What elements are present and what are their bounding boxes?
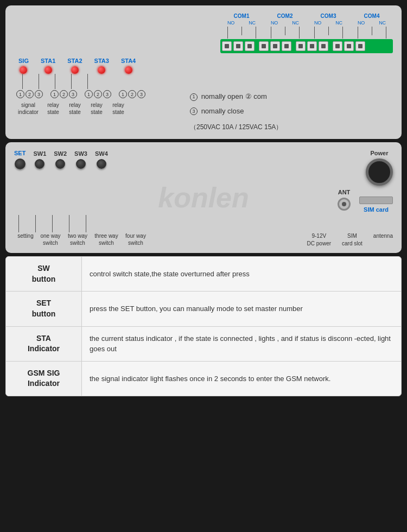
sw4-btn-dot[interactable] [97,159,106,169]
terminal-pin [222,41,232,51]
setting-label: setting [14,232,37,246]
gsm-indicator-cell-left: GSM SIGIndicator [6,362,82,396]
relay-group-1: 1 2 3 [16,90,43,98]
set-button-cell-right: press the SET button, you can manually m… [82,292,401,326]
sta3-label: STA3 [94,58,109,64]
sw4-btn-label: SW4 [95,150,108,157]
led-row: SIG STA1 STA2 STA3 STA4 [14,58,393,74]
sw1-btn-label: SW1 [33,150,46,157]
sta2-label: STA2 [67,58,82,64]
twoway-label: two wayswitch [64,232,91,246]
relay-group-4: 1 2 3 [119,90,145,98]
power-section: Power [366,150,393,186]
power-button[interactable] [366,159,393,186]
sta1-label: STA1 [41,58,55,64]
mid-bottom-row: setting one wayswitch two wayswitch thre… [14,232,393,248]
com2-label: COM2 [264,13,306,19]
sw1-btn-item: SW1 [33,150,46,169]
terminal-pin [307,41,317,51]
fourway-label: four wayswitch [122,232,150,246]
top-panel-bottom: 1 2 3 1 2 3 1 2 3 [14,90,393,134]
sig-dot [20,66,27,74]
sta-indicator-cell-right: the current status indicator , if the st… [82,327,401,361]
terminal-pin [319,41,328,51]
table-row-gsm: GSM SIGIndicator the signal indicator li… [6,362,401,396]
mid-btn-labels: setting one wayswitch two wayswitch thre… [14,232,150,246]
sw4-btn-item: SW4 [95,150,108,169]
relay-state-4-label: relaystate [107,102,129,116]
power-label: Power [370,150,388,156]
relay-group-2: 1 2 3 [50,90,77,98]
sim-slot [359,197,393,204]
oneway-label: one wayswitch [37,232,64,246]
sim-label: SIM card [364,206,389,213]
sta1-dot [44,66,52,74]
sta4-label: STA4 [121,58,136,64]
vac-info: （250VAC 10A / 125VAC 15A） [190,121,393,134]
num1-circle: 1 [190,93,198,101]
ant-sim-row: ANT SIM card [338,189,393,213]
ant-connector [338,198,351,211]
sig-label: SIG [18,58,29,64]
right-controls: Power ANT SIM card [338,150,393,213]
sw2-btn-item: SW2 [54,150,67,169]
led-lines [14,74,393,89]
mid-panel: konlen SET SW1 SW2 [5,142,402,253]
sta-indicator-desc: the current status indicator , if the st… [90,333,393,354]
sw-button-desc: control switch state,the state overturne… [90,269,250,280]
sta-indicator-cell-left: STAIndicator [6,327,82,361]
relay-group-3: 1 2 3 [85,90,111,98]
mid-right-labels: 9-12VDC power SIMcard slot antenna [307,232,393,248]
sw1-btn-dot[interactable] [35,159,44,169]
set-button-desc: press the SET button, you can manually m… [90,303,303,314]
antenna-label: antenna [373,232,393,248]
mid-content: SET SW1 SW2 SW3 [14,150,393,248]
table-row-sta: STAIndicator the current status indicato… [6,327,401,362]
set-btn-item: SET [14,150,26,169]
sw3-btn-label: SW3 [74,150,87,157]
ant-inner [342,202,346,206]
com4-label: COM4 [351,13,393,19]
sw-button-cell-right: control switch state,the state overturne… [82,257,401,291]
sim-section: SIM card [359,197,393,213]
com1-label: COM1 [220,13,263,19]
com3-nc: NC [335,20,342,26]
sw2-btn-label: SW2 [54,150,67,157]
relay-state-3-label: relaystate [86,102,107,116]
signal-labels-row: signalindicator relaystate relaystate re… [14,102,182,116]
set-button-cell-left: SETbutton [6,292,82,326]
sig-led-item: SIG [18,58,29,74]
signal-indicator-label: signalindicator [14,102,42,116]
com4-nc: NC [379,20,386,26]
ant-label: ANT [338,189,351,195]
set-btn-dot[interactable] [15,159,26,169]
nomally-open-text: nomally open ② com [201,92,267,100]
com3-no: NO [314,20,322,26]
com2-nc: NC [292,20,299,26]
left-info: 1 2 3 1 2 3 1 2 3 [14,90,182,134]
terminal-pin [282,41,291,51]
sta4-led-item: STA4 [121,58,136,74]
com1-no: NO [227,20,235,26]
terminal-pin [296,41,306,51]
relay-info-text: 1 nomally open ② com 3 nomally close （25… [190,90,393,134]
com1-nc: NC [249,20,256,26]
sta1-led-item: STA1 [41,58,55,74]
sta3-led-item: STA3 [94,58,109,74]
sim-card-slot-label: SIMcard slot [342,232,363,248]
com3-label: COM3 [307,13,349,19]
relay-state-1-label: relaystate [42,102,64,116]
relay-info: 1 nomally open ② com 3 nomally close （25… [182,90,393,134]
sta4-dot [125,66,132,74]
gsm-indicator-desc: the signal indicator light flashes once … [90,373,330,384]
gsm-indicator-cell-right: the signal indicator light flashes once … [82,362,401,396]
terminal-pin [233,41,243,51]
terminal-connector [220,39,393,53]
threeway-label: three wayswitch [91,232,122,246]
mid-buttons-row: SET SW1 SW2 SW3 [14,150,338,169]
sw3-btn-item: SW3 [74,150,87,169]
sta3-dot [98,66,105,74]
terminal-pin [333,41,342,51]
sw3-btn-dot[interactable] [76,159,86,169]
sw2-btn-dot[interactable] [55,159,65,169]
